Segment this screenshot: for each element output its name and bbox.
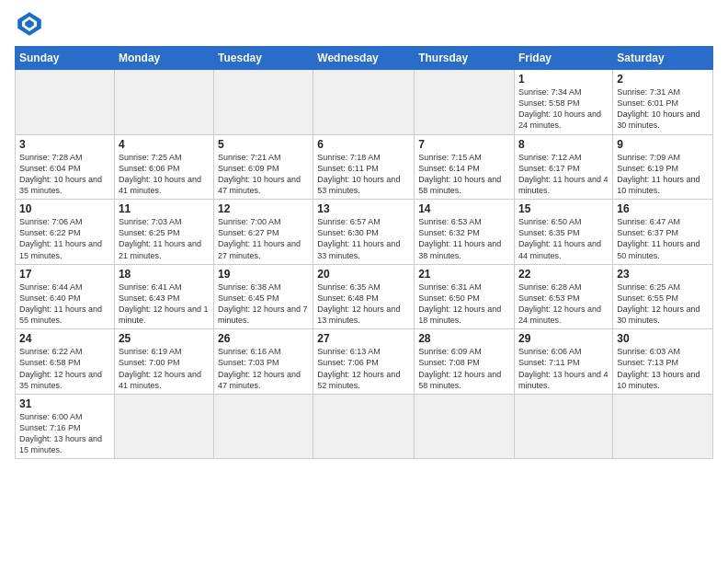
day-info: Sunrise: 6:57 AM Sunset: 6:30 PM Dayligh…: [317, 216, 410, 261]
day-number: 23: [617, 268, 709, 281]
day-info: Sunrise: 7:31 AM Sunset: 6:01 PM Dayligh…: [617, 86, 709, 132]
day-cell: [214, 70, 313, 135]
day-cell: 15Sunrise: 6:50 AM Sunset: 6:35 PM Dayli…: [515, 200, 613, 265]
day-cell: 17Sunrise: 6:44 AM Sunset: 6:40 PM Dayli…: [16, 264, 115, 329]
day-number: 28: [418, 332, 510, 345]
day-cell: 25Sunrise: 6:19 AM Sunset: 7:00 PM Dayli…: [114, 329, 213, 395]
day-info: Sunrise: 6:16 AM Sunset: 7:03 PM Dayligh…: [218, 346, 309, 391]
day-number: 30: [617, 332, 709, 345]
day-info: Sunrise: 7:28 AM Sunset: 6:04 PM Dayligh…: [19, 152, 110, 197]
page: SundayMondayTuesdayWednesdayThursdayFrid…: [0, 0, 728, 468]
day-number: 19: [218, 268, 309, 281]
day-cell: [313, 70, 415, 135]
day-number: 3: [19, 138, 110, 151]
weekday-header-saturday: Saturday: [613, 47, 713, 70]
week-row-4: 24Sunrise: 6:22 AM Sunset: 6:58 PM Dayli…: [16, 329, 713, 395]
day-cell: [515, 394, 613, 459]
day-info: Sunrise: 7:00 AM Sunset: 6:27 PM Dayligh…: [218, 216, 309, 261]
day-cell: 20Sunrise: 6:35 AM Sunset: 6:48 PM Dayli…: [313, 264, 415, 329]
day-cell: 29Sunrise: 6:06 AM Sunset: 7:11 PM Dayli…: [515, 329, 613, 395]
day-number: 24: [19, 332, 110, 345]
day-info: Sunrise: 6:28 AM Sunset: 6:53 PM Dayligh…: [518, 282, 609, 327]
day-cell: 22Sunrise: 6:28 AM Sunset: 6:53 PM Dayli…: [515, 264, 613, 329]
day-cell: 23Sunrise: 6:25 AM Sunset: 6:55 PM Dayli…: [613, 264, 713, 329]
weekday-header-tuesday: Tuesday: [214, 47, 313, 70]
day-info: Sunrise: 6:35 AM Sunset: 6:48 PM Dayligh…: [317, 282, 410, 327]
day-cell: 18Sunrise: 6:41 AM Sunset: 6:43 PM Dayli…: [114, 264, 213, 329]
day-number: 4: [119, 138, 210, 151]
day-number: 2: [617, 73, 709, 86]
day-info: Sunrise: 6:50 AM Sunset: 6:35 PM Dayligh…: [518, 216, 609, 261]
day-cell: 4Sunrise: 7:25 AM Sunset: 6:06 PM Daylig…: [114, 134, 213, 200]
day-cell: [415, 394, 515, 459]
day-cell: 10Sunrise: 7:06 AM Sunset: 6:22 PM Dayli…: [16, 200, 115, 265]
weekday-header-thursday: Thursday: [415, 47, 515, 70]
day-number: 17: [19, 268, 110, 281]
day-cell: 19Sunrise: 6:38 AM Sunset: 6:45 PM Dayli…: [214, 264, 313, 329]
day-info: Sunrise: 6:31 AM Sunset: 6:50 PM Dayligh…: [418, 282, 510, 327]
week-row-0: 1Sunrise: 7:34 AM Sunset: 5:58 PM Daylig…: [16, 70, 713, 135]
week-row-5: 31Sunrise: 6:00 AM Sunset: 7:16 PM Dayli…: [16, 394, 713, 459]
day-info: Sunrise: 6:06 AM Sunset: 7:11 PM Dayligh…: [518, 346, 609, 391]
day-number: 15: [518, 202, 609, 215]
weekday-header-wednesday: Wednesday: [313, 47, 415, 70]
day-info: Sunrise: 6:25 AM Sunset: 6:55 PM Dayligh…: [617, 282, 709, 327]
day-cell: 26Sunrise: 6:16 AM Sunset: 7:03 PM Dayli…: [214, 329, 313, 395]
day-info: Sunrise: 6:19 AM Sunset: 7:00 PM Dayligh…: [119, 346, 210, 391]
day-info: Sunrise: 7:09 AM Sunset: 6:19 PM Dayligh…: [617, 152, 709, 197]
day-cell: [613, 394, 713, 459]
day-cell: 21Sunrise: 6:31 AM Sunset: 6:50 PM Dayli…: [415, 264, 515, 329]
day-cell: 12Sunrise: 7:00 AM Sunset: 6:27 PM Dayli…: [214, 200, 313, 265]
day-info: Sunrise: 6:22 AM Sunset: 6:58 PM Dayligh…: [19, 346, 110, 391]
day-number: 1: [518, 73, 609, 86]
day-info: Sunrise: 7:15 AM Sunset: 6:14 PM Dayligh…: [418, 152, 510, 197]
day-cell: [16, 70, 115, 135]
day-number: 11: [119, 202, 210, 215]
day-cell: 6Sunrise: 7:18 AM Sunset: 6:11 PM Daylig…: [313, 134, 415, 200]
day-cell: 5Sunrise: 7:21 AM Sunset: 6:09 PM Daylig…: [214, 134, 313, 200]
day-info: Sunrise: 6:03 AM Sunset: 7:13 PM Dayligh…: [617, 346, 709, 391]
day-cell: 24Sunrise: 6:22 AM Sunset: 6:58 PM Dayli…: [16, 329, 115, 395]
day-cell: 11Sunrise: 7:03 AM Sunset: 6:25 PM Dayli…: [114, 200, 213, 265]
day-number: 26: [218, 332, 309, 345]
day-number: 6: [317, 138, 410, 151]
day-number: 29: [518, 332, 609, 345]
weekday-header-friday: Friday: [515, 47, 613, 70]
day-info: Sunrise: 6:13 AM Sunset: 7:06 PM Dayligh…: [317, 346, 410, 391]
day-info: Sunrise: 6:53 AM Sunset: 6:32 PM Dayligh…: [418, 216, 510, 261]
day-cell: 16Sunrise: 6:47 AM Sunset: 6:37 PM Dayli…: [613, 200, 713, 265]
day-info: Sunrise: 7:18 AM Sunset: 6:11 PM Dayligh…: [317, 152, 410, 197]
day-info: Sunrise: 6:38 AM Sunset: 6:45 PM Dayligh…: [218, 282, 309, 327]
day-number: 20: [317, 268, 410, 281]
day-cell: [114, 394, 213, 459]
week-row-3: 17Sunrise: 6:44 AM Sunset: 6:40 PM Dayli…: [16, 264, 713, 329]
day-cell: 3Sunrise: 7:28 AM Sunset: 6:04 PM Daylig…: [16, 134, 115, 200]
day-cell: 28Sunrise: 6:09 AM Sunset: 7:08 PM Dayli…: [415, 329, 515, 395]
day-cell: 8Sunrise: 7:12 AM Sunset: 6:17 PM Daylig…: [515, 134, 613, 200]
day-cell: 27Sunrise: 6:13 AM Sunset: 7:06 PM Dayli…: [313, 329, 415, 395]
day-number: 18: [119, 268, 210, 281]
day-cell: 13Sunrise: 6:57 AM Sunset: 6:30 PM Dayli…: [313, 200, 415, 265]
day-info: Sunrise: 7:06 AM Sunset: 6:22 PM Dayligh…: [19, 216, 110, 261]
day-cell: 30Sunrise: 6:03 AM Sunset: 7:13 PM Dayli…: [613, 329, 713, 395]
day-number: 10: [19, 202, 110, 215]
day-info: Sunrise: 7:03 AM Sunset: 6:25 PM Dayligh…: [119, 216, 210, 261]
day-cell: 31Sunrise: 6:00 AM Sunset: 7:16 PM Dayli…: [16, 394, 115, 459]
day-number: 31: [19, 397, 110, 410]
day-number: 7: [418, 138, 510, 151]
day-info: Sunrise: 6:09 AM Sunset: 7:08 PM Dayligh…: [418, 346, 510, 391]
day-cell: 14Sunrise: 6:53 AM Sunset: 6:32 PM Dayli…: [415, 200, 515, 265]
day-info: Sunrise: 7:12 AM Sunset: 6:17 PM Dayligh…: [518, 152, 609, 197]
day-number: 9: [617, 138, 709, 151]
calendar: SundayMondayTuesdayWednesdayThursdayFrid…: [15, 46, 713, 459]
day-cell: 2Sunrise: 7:31 AM Sunset: 6:01 PM Daylig…: [613, 70, 713, 135]
day-number: 8: [518, 138, 609, 151]
day-cell: [313, 394, 415, 459]
day-cell: 1Sunrise: 7:34 AM Sunset: 5:58 PM Daylig…: [515, 70, 613, 135]
week-row-2: 10Sunrise: 7:06 AM Sunset: 6:22 PM Dayli…: [16, 200, 713, 265]
weekday-header-monday: Monday: [114, 47, 213, 70]
day-cell: [214, 394, 313, 459]
day-info: Sunrise: 7:34 AM Sunset: 5:58 PM Dayligh…: [518, 86, 609, 132]
day-info: Sunrise: 6:41 AM Sunset: 6:43 PM Dayligh…: [119, 282, 210, 327]
day-number: 21: [418, 268, 510, 281]
